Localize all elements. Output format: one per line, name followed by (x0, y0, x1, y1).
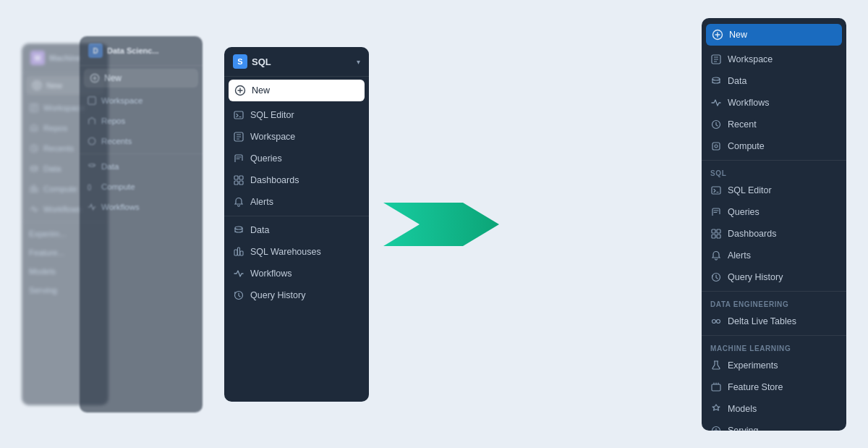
svg-rect-34 (712, 234, 715, 238)
right-dlt-label: Delta Live Tables (728, 316, 796, 326)
right-serving-label: Serving (728, 426, 758, 431)
svg-rect-19 (239, 181, 243, 185)
sql-alerts-label: Alerts (250, 197, 273, 207)
sql-new-button[interactable]: New (229, 80, 365, 101)
sql-queries-item[interactable]: Queries (224, 148, 369, 169)
svg-point-10 (88, 138, 95, 145)
right-sqleditor-label: SQL Editor (728, 185, 772, 195)
right-compute-label: Compute (728, 141, 765, 151)
right-new-button[interactable]: New (706, 24, 842, 46)
right-models-label: Models (728, 404, 757, 414)
sql-workspace-item[interactable]: Workspace (224, 126, 369, 148)
sql-new-label: New (252, 85, 270, 96)
sql-queryhistory-item[interactable]: Query History (224, 284, 369, 306)
right-data-item[interactable]: Data (702, 70, 846, 92)
sql-data-item[interactable]: Data (224, 219, 369, 241)
right-queryhistory-item[interactable]: Query History (702, 266, 846, 288)
sql-editor-item[interactable]: SQL Editor (224, 104, 369, 126)
svg-point-38 (717, 320, 720, 324)
svg-rect-32 (712, 229, 715, 233)
ml-header-title: Machine (49, 54, 81, 62)
svg-rect-18 (234, 181, 238, 185)
sql-workflows-item[interactable]: Workflows (224, 263, 369, 284)
sql-header-icon: S (233, 54, 247, 69)
right-sqleditor-item[interactable]: SQL Editor (702, 179, 846, 201)
right-workflows-item[interactable]: Workflows (702, 92, 846, 114)
right-serving-item[interactable]: Serving (702, 420, 846, 431)
right-models-item[interactable]: Models (702, 398, 846, 420)
svg-rect-6 (33, 185, 35, 193)
svg-rect-7 (35, 188, 38, 192)
right-recent-item[interactable]: Recent (702, 114, 846, 135)
svg-point-30 (715, 145, 718, 148)
svg-rect-12 (88, 185, 91, 190)
sql-warehouses-item[interactable]: SQL Warehouses (224, 241, 369, 263)
right-alerts-label: Alerts (728, 250, 751, 261)
svg-rect-23 (240, 251, 243, 255)
right-queryhistory-label: Query History (728, 272, 783, 282)
sql-panel-header: S SQL ▾ (224, 47, 369, 77)
svg-rect-17 (239, 176, 243, 179)
svg-point-28 (712, 77, 720, 80)
sql-header-title: SQL (252, 56, 271, 67)
sql-editor-label: SQL Editor (250, 110, 294, 120)
svg-rect-39 (712, 384, 720, 391)
sql-warehouses-label: SQL Warehouses (250, 247, 321, 257)
sql-workspace-label: Workspace (250, 132, 295, 142)
sql-dashboards-label: Dashboards (250, 175, 299, 185)
right-recent-label: Recent (728, 119, 757, 130)
right-de-section: Data Engineering (702, 295, 846, 310)
sql-dashboards-item[interactable]: Dashboards (224, 169, 369, 191)
svg-rect-16 (234, 176, 238, 179)
sql-queries-label: Queries (250, 153, 282, 164)
right-featurestore-label: Feature Store (728, 382, 783, 392)
svg-rect-31 (712, 187, 720, 194)
svg-point-37 (712, 320, 716, 324)
svg-rect-35 (717, 234, 720, 238)
right-dashboards-label: Dashboards (728, 229, 776, 239)
right-sql-section: SQL (702, 164, 846, 179)
right-featurestore-item[interactable]: Feature Store (702, 376, 846, 398)
right-compute-item[interactable]: Compute (702, 135, 846, 157)
sql-workflows-label: Workflows (250, 269, 292, 279)
panel-ds: D Data Scienc... New Workspace Repos Rec… (80, 36, 203, 413)
right-workspace-item[interactable]: Workspace (702, 48, 846, 70)
chevron-down-icon: ▾ (357, 58, 360, 66)
right-workflows-label: Workflows (728, 98, 769, 108)
svg-rect-2 (33, 129, 35, 132)
right-dlt-item[interactable]: Delta Live Tables (702, 310, 846, 332)
scene: M Machine New Workspace Repos Recents Da… (0, 0, 868, 448)
sql-queryhistory-label: Query History (250, 290, 305, 300)
arrow (383, 188, 499, 261)
panel-sql: S SQL ▾ New SQL Editor Workspace Queries… (224, 47, 369, 402)
sql-alerts-item[interactable]: Alerts (224, 191, 369, 213)
svg-rect-22 (238, 248, 240, 255)
svg-rect-21 (234, 250, 237, 255)
right-experiments-item[interactable]: Experiments (702, 355, 846, 376)
panel-right: New Workspace Data Workflows Recent Comp… (702, 18, 846, 431)
right-new-label: New (729, 30, 747, 40)
right-data-label: Data (728, 76, 746, 86)
svg-point-11 (89, 164, 95, 167)
right-experiments-label: Experiments (728, 360, 778, 371)
right-alerts-item[interactable]: Alerts (702, 245, 846, 266)
svg-rect-14 (234, 111, 243, 119)
svg-point-20 (235, 227, 242, 229)
right-queries-label: Queries (728, 207, 760, 217)
right-ml-section: Machine Learning (702, 339, 846, 355)
ds-header-title: Data Scienc... (107, 46, 159, 55)
right-workspace-label: Workspace (728, 54, 773, 64)
svg-marker-25 (383, 203, 499, 246)
sql-data-label: Data (250, 225, 269, 235)
svg-rect-9 (88, 97, 96, 105)
right-queries-item[interactable]: Queries (702, 201, 846, 223)
right-dashboards-item[interactable]: Dashboards (702, 223, 846, 245)
svg-rect-5 (30, 187, 33, 192)
svg-rect-33 (717, 229, 720, 233)
svg-point-4 (31, 166, 38, 169)
